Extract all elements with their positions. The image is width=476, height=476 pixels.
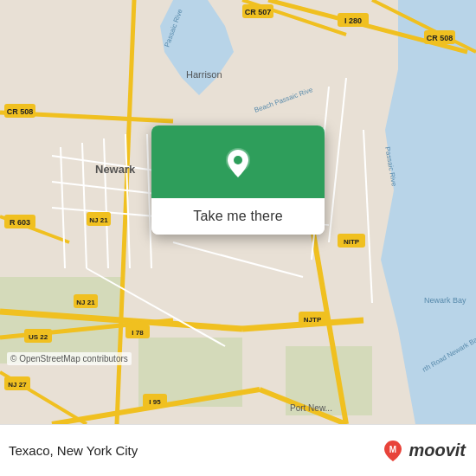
svg-text:R 603: R 603 [10,218,30,227]
moovit-brand-name: moovit [408,441,466,460]
location-info: Texaco, New York City [9,443,138,458]
svg-text:US 22: US 22 [29,333,48,341]
svg-text:NJTP: NJTP [304,316,322,324]
svg-text:I 280: I 280 [344,16,362,25]
svg-text:I 95: I 95 [149,398,161,406]
svg-text:NJ 21: NJ 21 [76,299,95,306]
map-attribution: © OpenStreetMap contributors [7,352,132,365]
card-green-section [151,125,325,198]
svg-text:CR 507: CR 507 [245,8,272,16]
svg-text:Newark: Newark [95,163,136,176]
svg-text:Newark Bay: Newark Bay [424,296,466,305]
moovit-logo: M moovit [381,439,466,463]
svg-text:Port New...: Port New... [290,403,332,413]
svg-text:NJ 21: NJ 21 [89,216,108,224]
svg-text:I 78: I 78 [132,329,144,337]
svg-text:CR 508: CR 508 [427,34,453,42]
svg-text:M: M [389,445,396,454]
take-me-there-button[interactable]: Take me there [151,198,325,235]
location-name: Texaco, New York City [9,443,138,458]
bottom-bar: Texaco, New York City M moovit [0,424,476,476]
svg-text:NITP: NITP [344,238,360,246]
svg-text:NJ 27: NJ 27 [8,381,27,389]
map-container: CR 507 I 280 CR 508 CR 508 R 603 NJ 21 N… [0,0,476,424]
svg-text:CR 508: CR 508 [7,107,34,116]
card-overlay: Take me there [151,125,325,235]
svg-point-68 [234,156,242,164]
svg-text:Harrison: Harrison [186,69,222,80]
location-pin-icon [219,145,257,183]
moovit-brand-icon: M [381,439,405,463]
